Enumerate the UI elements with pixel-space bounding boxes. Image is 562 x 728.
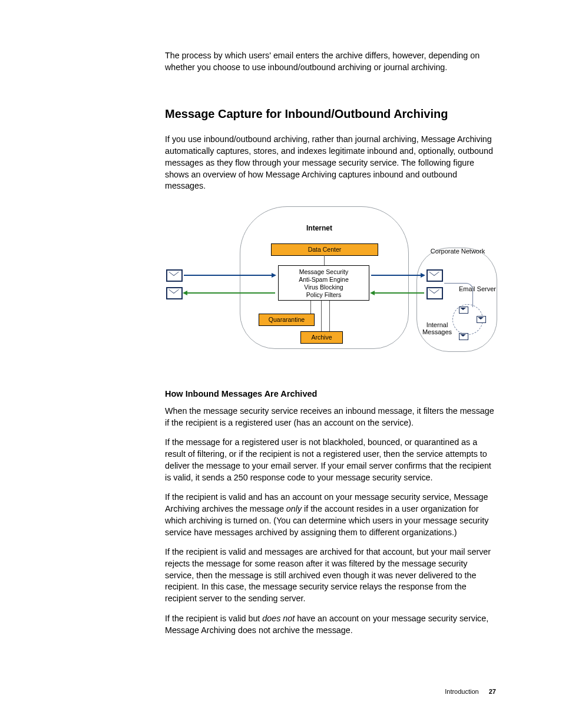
inbound-arrow-icon	[184, 275, 275, 276]
body-paragraph: If the recipient is valid and has an acc…	[165, 492, 497, 538]
connector-line	[321, 301, 322, 332]
ms-line2: Anti-Spam Engine	[299, 276, 349, 283]
page-footer: Introduction 27	[445, 688, 496, 695]
envelope-icon	[427, 269, 443, 282]
internal-label-line1: Internal	[427, 321, 448, 328]
envelope-icon	[166, 287, 183, 299]
document-page: The process by which users' email enters…	[0, 0, 562, 728]
page-number: 27	[489, 688, 496, 695]
archive-box: Archive	[300, 331, 343, 344]
small-envelope-icon	[477, 316, 486, 323]
corporate-network-label: Corporate Network	[419, 248, 496, 255]
connector-line	[324, 255, 325, 266]
section-heading: Message Capture for Inbound/Outbound Arc…	[165, 107, 497, 121]
small-envelope-icon	[459, 333, 468, 340]
body-paragraph: When the message security service receiv…	[165, 406, 497, 429]
text-run: If the recipient is valid but	[165, 614, 262, 623]
footer-section-name: Introduction	[445, 688, 478, 695]
emphasis-text: does not	[262, 614, 295, 623]
connector-line	[329, 301, 330, 332]
subsection-heading: How Inbound Messages Are Archived	[165, 389, 497, 398]
inbound-arrow-icon	[371, 275, 424, 276]
message-security-box: Message Security Anti-Spam Engine Virus …	[278, 265, 369, 301]
outbound-arrow-icon	[371, 292, 424, 294]
archiving-diagram: Internet Corporate Network Email Server …	[166, 200, 496, 360]
ms-line3: Virus Blocking	[304, 284, 343, 291]
body-paragraph: If the message for a registered user is …	[165, 437, 497, 483]
section-intro-paragraph: If you use inbound/outbound archiving, r…	[165, 134, 497, 192]
data-center-box: Data Center	[271, 243, 378, 256]
connector-line	[444, 283, 473, 307]
internal-label-line2: Messages	[422, 328, 452, 335]
body-paragraph: If the recipient is valid and messages a…	[165, 546, 497, 605]
intro-paragraph: The process by which users' email enters…	[165, 50, 497, 73]
emphasis-text: only	[286, 504, 302, 513]
ms-line1: Message Security	[299, 268, 348, 275]
envelope-icon	[427, 287, 443, 299]
internet-label: Internet	[290, 224, 349, 232]
connector-line	[310, 301, 311, 314]
internal-messages-label: Internal Messages	[416, 321, 458, 335]
small-envelope-icon	[459, 307, 468, 314]
ms-line4: Policy Filters	[306, 291, 342, 298]
body-paragraph: If the recipient is valid but does not h…	[165, 613, 497, 636]
outbound-arrow-icon	[184, 292, 275, 294]
quarantine-box: Quararantine	[259, 314, 315, 326]
envelope-icon	[166, 269, 183, 282]
